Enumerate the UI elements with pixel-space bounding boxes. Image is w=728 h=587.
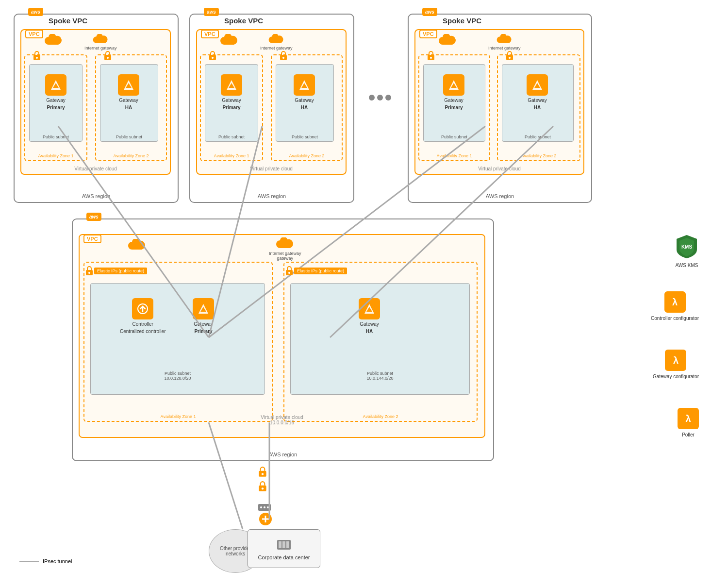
vpc-label-hub: VPC xyxy=(83,235,101,243)
vpc-box-spoke1: VPC Internet gateway xyxy=(20,29,171,175)
subnet-az1-spoke1: Gateway Primary Public subnet xyxy=(29,64,83,142)
inet-gw-spoke2: Internet gateway xyxy=(260,34,293,50)
vpc-label-spoke3: VPC xyxy=(419,30,437,38)
az2-spoke2: Gateway HA Public subnet Availability Zo… xyxy=(271,54,343,161)
svg-point-27 xyxy=(509,57,511,59)
svg-point-23 xyxy=(430,57,432,59)
region-box-hub: aws VPC Internet gateway gateway Elastic… xyxy=(72,218,494,461)
subnet-az2-spoke1: Gateway HA Public subnet xyxy=(100,64,158,142)
legend-ipsec: IPsec tunnel xyxy=(19,558,72,564)
vpc-box-spoke2: VPC Internet gateway Gateway xyxy=(196,29,347,175)
lock-az2-spoke1 xyxy=(103,50,113,62)
inet-gw-spoke3: Internet gateway xyxy=(488,34,521,50)
vpc-label-spoke2: VPC xyxy=(201,30,219,38)
region-box-spoke1: aws Spoke VPC VPC Internet gateway xyxy=(14,14,179,203)
aws-badge-spoke1: aws xyxy=(28,8,43,16)
elastic-ips-2: Elastic IPs (public route) xyxy=(294,268,347,274)
gateway-primary-hub: Gateway Primary xyxy=(193,298,214,334)
svg-point-11 xyxy=(107,57,109,59)
region-box-spoke3: aws Spoke VPC VPC Internet gateway xyxy=(408,14,592,203)
az2-hub: Elastic IPs (public route) Gateway HA xyxy=(283,262,478,422)
lock-az1-hub xyxy=(84,266,94,277)
controller-hub: Controller Centralized controller xyxy=(120,298,166,334)
svg-point-47 xyxy=(264,506,265,508)
vpc-box-spoke3: VPC Internet gateway Gateway xyxy=(414,29,584,175)
az2-spoke3: Gateway HA Public subnet Availability Zo… xyxy=(497,54,580,161)
lock-tunnel-2 xyxy=(257,481,268,493)
lock-az2-spoke2 xyxy=(279,50,288,62)
svg-text:KMS: KMS xyxy=(681,244,693,250)
join-icon xyxy=(259,512,272,527)
gateway-ha-spoke3: Gateway HA xyxy=(527,74,548,110)
spoke2-title: Spoke VPC xyxy=(224,17,263,25)
svg-rect-54 xyxy=(282,541,285,548)
spoke1-title: Spoke VPC xyxy=(49,17,87,25)
az1-spoke2: Gateway Primary Public subnet Availabili… xyxy=(200,54,263,161)
gateway-primary-spoke1: Gateway Primary xyxy=(45,74,66,110)
corporate-dc: Corporate data center xyxy=(248,529,320,568)
svg-rect-55 xyxy=(286,541,289,548)
vpc-cloud-spoke2 xyxy=(220,34,238,49)
svg-point-42 xyxy=(262,473,264,475)
az2-spoke1: Gateway HA Public subnet Availability Zo… xyxy=(95,54,167,161)
inet-gw-hub: Internet gateway gateway xyxy=(269,237,301,261)
svg-point-46 xyxy=(260,506,262,508)
subnet-label-az1-spoke1: Public subnet xyxy=(43,134,69,139)
main-canvas: aws Spoke VPC VPC Internet gateway xyxy=(0,0,728,587)
lock-tunnel-1 xyxy=(257,466,268,479)
az1-spoke1: Gateway Primary Public subnet Availabili… xyxy=(24,54,87,161)
lock-az1-spoke2 xyxy=(208,50,217,62)
region-box-spoke2: aws Spoke VPC VPC Internet gateway xyxy=(189,14,354,203)
inet-gw-spoke1: Internet gateway xyxy=(84,34,117,50)
svg-point-44 xyxy=(262,487,264,489)
elastic-ips-1: Elastic IPs (public route) xyxy=(94,268,147,274)
aws-badge-spoke3: aws xyxy=(422,8,437,16)
vpc-cloud-hub xyxy=(128,239,146,253)
gateway-ha-spoke1: Gateway HA xyxy=(118,74,139,110)
svg-point-19 xyxy=(282,57,284,59)
svg-point-37 xyxy=(288,272,290,274)
subnet-az2-spoke2: Gateway HA Public subnet xyxy=(276,64,334,142)
gateway-ha-hub: Gateway HA xyxy=(359,298,380,334)
gateway-ha-spoke2: Gateway HA xyxy=(294,74,315,110)
vpc-cloud-spoke1 xyxy=(45,34,62,49)
aws-badge-hub: aws xyxy=(86,213,101,221)
vpc-box-hub: VPC Internet gateway gateway Elastic IPs… xyxy=(79,234,485,438)
subnet-az1-hub: Controller Centralized controller Gatewa… xyxy=(90,283,265,395)
lock-az2-spoke3 xyxy=(505,50,514,62)
subnet-az2-spoke3: Gateway HA Public subnet xyxy=(502,64,574,142)
spoke3-title: Spoke VPC xyxy=(443,17,481,25)
vpc-cloud-spoke3 xyxy=(439,34,456,49)
gateway-primary-spoke3: Gateway Primary xyxy=(443,74,464,110)
gateway-primary-spoke2: Gateway Primary xyxy=(221,74,242,110)
controller-config-icon: λ Controller configurator xyxy=(651,291,699,321)
dots-separator xyxy=(369,95,391,101)
lock-az1-spoke1 xyxy=(32,50,42,62)
vpc-label-spoke1: VPC xyxy=(25,30,43,38)
lock-az2-hub xyxy=(284,266,294,277)
subnet-az1-spoke2: Gateway Primary Public subnet xyxy=(205,64,258,142)
az1-hub: Elastic IPs (public route) xyxy=(83,262,273,422)
aws-badge-spoke2: aws xyxy=(204,8,219,16)
gateway-config-icon: λ Gateway configurator xyxy=(653,350,699,379)
svg-point-31 xyxy=(88,272,90,274)
subnet-az1-spoke3: Gateway Primary Public subnet xyxy=(423,64,485,142)
svg-point-15 xyxy=(212,57,214,59)
svg-point-7 xyxy=(36,57,38,59)
svg-rect-53 xyxy=(279,541,281,548)
poller-icon: λ Poller xyxy=(678,408,699,437)
az1-spoke3: Gateway Primary Public subnet Availabili… xyxy=(418,54,490,161)
lock-az1-spoke3 xyxy=(426,50,436,62)
subnet-az2-hub: Gateway HA Public subnet 10.0.144.0/20 xyxy=(290,283,470,395)
svg-point-48 xyxy=(267,506,269,508)
kms-icon-group: KMS AWS KMS xyxy=(675,233,699,268)
